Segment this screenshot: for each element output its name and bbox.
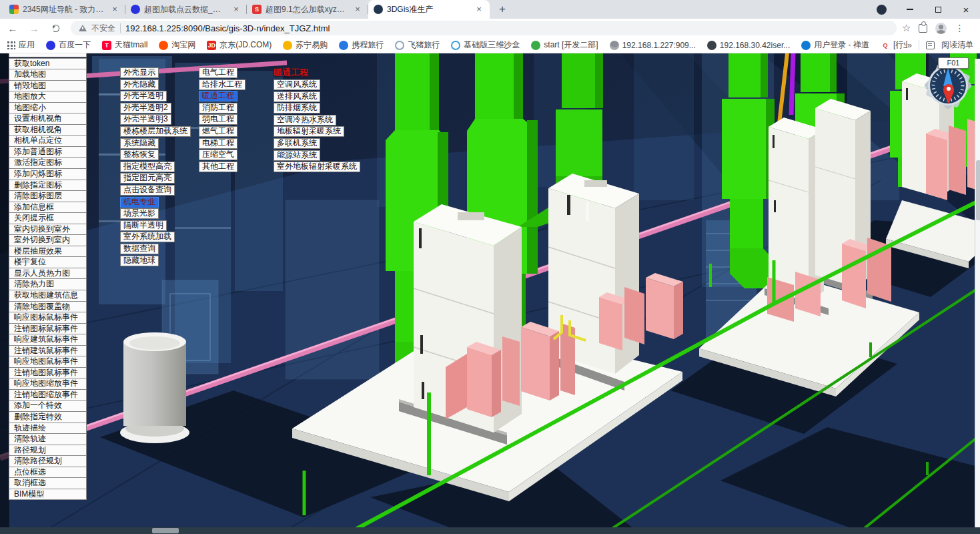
bookmark-item[interactable]: 飞猪旅行 [395, 39, 440, 51]
vertical-scrollbar[interactable] [975, 59, 980, 534]
bookmark-item[interactable]: 192.168.1.227:909... [610, 41, 696, 50]
menu-item[interactable]: 外壳隐藏 [120, 79, 159, 90]
sidebar-item-partial[interactable] [9, 53, 87, 57]
sidebar-item[interactable]: 激活指定图标 [9, 157, 87, 169]
sidebar-item[interactable]: 显示人员热力图 [9, 268, 87, 280]
new-tab-button[interactable]: + [494, 1, 511, 19]
security-label[interactable]: 不安全 [91, 23, 115, 34]
menu-item[interactable]: 隔断半透明 [120, 220, 167, 231]
menu-item[interactable]: 其他工程 [199, 162, 237, 172]
sidebar-item[interactable]: 添加一个特效 [9, 400, 87, 412]
sidebar-item[interactable]: 清除轨迹 [9, 433, 87, 445]
menu-item[interactable]: 隐藏地球 [120, 256, 159, 266]
menu-item[interactable]: 压缩空气 [199, 150, 237, 160]
sidebar-item[interactable]: 清除地图覆盖物 [9, 301, 87, 313]
profile-badge-icon[interactable] [877, 5, 887, 15]
maximize-button[interactable] [924, 0, 952, 19]
reading-list-label[interactable]: 阅读清单 [941, 39, 973, 51]
sidebar-item[interactable]: 响应地图鼠标事件 [9, 356, 87, 368]
bookmark-item[interactable]: 携程旅行 [339, 39, 384, 51]
sidebar-item[interactable]: 设置相机视角 [9, 113, 87, 125]
menu-item[interactable]: 电气工程 [199, 67, 237, 78]
bookmark-item[interactable]: start [开发二部] [531, 39, 598, 51]
vertical-scrollbar-thumb[interactable] [976, 160, 980, 220]
bookmarks-overflow-icon[interactable]: » [907, 40, 912, 50]
menu-item[interactable]: 楼栋楼层加载系统 [120, 126, 191, 137]
tab[interactable]: S超图9.1怎么加载xyz的点云数据× [247, 0, 368, 19]
sidebar-item[interactable]: 注销地图缩放事件 [9, 389, 87, 401]
horizontal-scrollbar-thumb[interactable] [152, 528, 179, 533]
tab[interactable]: 2345网址导航 - 致力于打造百年× [4, 0, 125, 19]
menu-item[interactable]: 空调冷热水系统 [274, 115, 336, 125]
menu-item[interactable]: 点击设备查询 [120, 185, 175, 196]
sidebar-item[interactable]: 注销地图鼠标事件 [9, 367, 87, 379]
sidebar-item[interactable]: 室内切换到室外 [9, 224, 87, 236]
menu-item[interactable]: 指定图元高亮 [120, 173, 175, 184]
menu-item[interactable]: 地板辐射采暖系统 [274, 126, 344, 137]
menu-item[interactable]: 外壳半透明2 [120, 103, 171, 113]
menu-item[interactable]: 消防工程 [199, 103, 237, 113]
tab-close-icon[interactable]: × [474, 4, 484, 15]
horizontal-scrollbar[interactable] [0, 527, 980, 534]
sidebar-item[interactable]: 清除图标图层 [9, 190, 87, 202]
sidebar-item[interactable]: 注销建筑鼠标事件 [9, 345, 87, 357]
bookmark-item[interactable]: 192.168.30.42iser... [707, 41, 790, 50]
sidebar-item[interactable]: 室外切换到室内 [9, 234, 87, 246]
bookmark-item[interactable]: 用户登录 - 禅道 [801, 39, 869, 51]
sidebar-item[interactable]: 关闭提示框 [9, 212, 87, 224]
tab-close-icon[interactable]: × [231, 4, 241, 15]
menu-item[interactable]: 室外系统加载 [120, 232, 175, 242]
sidebar-item[interactable]: 路径规划 [9, 445, 87, 457]
menu-item[interactable]: 暖通工程 [199, 91, 237, 101]
menu-item[interactable]: 送排风系统 [274, 91, 320, 102]
menu-item[interactable]: 系统隐藏 [120, 138, 159, 149]
sidebar-item[interactable]: 取消框选 [9, 477, 87, 489]
extensions-icon[interactable] [919, 24, 927, 33]
sidebar-item[interactable]: 响应地图缩放事件 [9, 378, 87, 390]
tab-close-icon[interactable]: × [352, 4, 363, 15]
menu-item[interactable]: 室外地板辐射采暖系统 [274, 162, 360, 172]
bookmark-item[interactable]: 苏宁易购 [283, 39, 328, 51]
menu-item[interactable]: 空调风系统 [274, 79, 320, 90]
sidebar-item[interactable]: 楼宇复位 [9, 256, 87, 268]
menu-item[interactable]: 多联机系统 [274, 138, 320, 149]
bookmark-item[interactable]: 淘宝网 [159, 39, 195, 51]
sidebar-item[interactable]: 响应建筑鼠标事件 [9, 334, 87, 346]
minimize-button[interactable] [896, 0, 924, 19]
tab[interactable]: 3DGis准生产× [368, 0, 490, 19]
menu-item[interactable]: 数据查询 [120, 244, 159, 254]
menu-item[interactable]: 场景光影 [120, 208, 159, 219]
tab[interactable]: 超图加载点云数据_百度搜索× [125, 0, 247, 19]
menu-kebab-icon[interactable]: ⋮ [955, 23, 964, 33]
bookmark-item[interactable]: T天猫tmall [102, 39, 147, 51]
back-button[interactable]: ← [4, 19, 21, 37]
bookmark-item[interactable]: 基础版三维沙盒 [451, 39, 520, 51]
menu-item[interactable]: 弱电工程 [199, 114, 237, 125]
sidebar-item[interactable]: 响应图标鼠标事件 [9, 312, 87, 324]
url-text[interactable]: 192.168.1.225:8090/Basic/gis-3D-n/index_… [125, 23, 330, 33]
bookmark-item[interactable]: JD京东(JD.COM) [207, 39, 272, 51]
sidebar-item[interactable]: 添加信息框 [9, 202, 87, 214]
menu-item[interactable]: 电梯工程 [199, 138, 237, 149]
menu-item[interactable]: 给排水工程 [199, 79, 246, 90]
refresh-button[interactable] [47, 19, 64, 37]
close-button[interactable]: × [952, 0, 980, 19]
sidebar-item[interactable]: BIM模型 [9, 489, 87, 501]
sidebar-item[interactable]: 删除指定特效 [9, 411, 87, 423]
sidebar-item[interactable]: 删除指定图标 [9, 180, 87, 192]
bookmark-star-icon[interactable]: ☆ [902, 22, 911, 34]
sidebar-item[interactable]: 楼层抽屉效果 [9, 246, 87, 258]
sidebar-item[interactable]: 获取token [9, 58, 87, 70]
bookmark-item[interactable]: Q[行业]中国省、市矢... [881, 39, 907, 51]
menu-item[interactable]: 外壳显示 [120, 67, 159, 78]
sidebar-item[interactable]: 轨迹描绘 [9, 423, 87, 435]
menu-item[interactable]: 机电专业 [120, 197, 159, 208]
menu-item[interactable]: 燃气工程 [199, 126, 237, 137]
floor-label-badge[interactable]: F01 [938, 57, 969, 69]
bookmark-item[interactable]: 应用 [7, 39, 35, 51]
menu-item[interactable]: 能源站系统 [274, 150, 320, 161]
menu-item[interactable]: 外壳半透明3 [120, 114, 171, 125]
address-bar[interactable]: 不安全 192.168.1.225:8090/Basic/gis-3D-n/in… [71, 21, 897, 35]
sidebar-item[interactable]: 销毁地图 [9, 80, 87, 92]
sidebar-item[interactable]: 清除路径规划 [9, 455, 87, 467]
